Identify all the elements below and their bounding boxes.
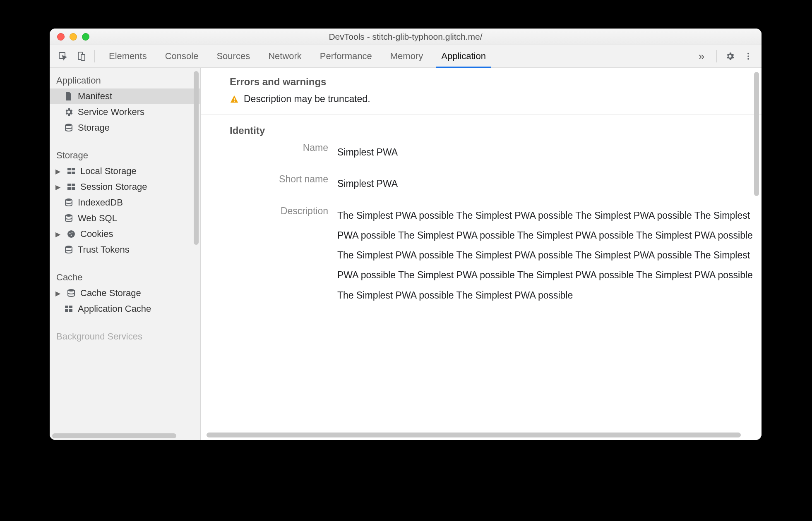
- main-horizontal-scrollbar[interactable]: [207, 433, 741, 437]
- main-scrollbar[interactable]: [754, 72, 759, 196]
- svg-point-22: [68, 289, 74, 292]
- identity-short-name-row: Short name Simplest PWA: [230, 174, 762, 194]
- tab-network[interactable]: Network: [259, 45, 311, 67]
- sidebar-item-local-storage[interactable]: ▶ Local Storage: [50, 163, 200, 179]
- svg-rect-9: [67, 172, 71, 174]
- svg-rect-27: [234, 98, 235, 100]
- tab-label: Performance: [320, 51, 372, 62]
- svg-rect-11: [67, 184, 71, 186]
- svg-point-20: [71, 235, 72, 236]
- svg-rect-26: [69, 309, 72, 312]
- kebab-menu-icon[interactable]: [740, 48, 757, 65]
- tab-label: Sources: [216, 51, 250, 62]
- identity-short-name-value: Simplest PWA: [337, 174, 762, 194]
- sidebar-item-application-cache[interactable]: Application Cache: [50, 301, 200, 317]
- sidebar-item-label: Cookies: [80, 229, 113, 239]
- sidebar-section-cache: Cache: [50, 266, 200, 285]
- svg-point-17: [67, 230, 75, 238]
- sidebar-item-label: Manifest: [78, 91, 112, 102]
- sidebar-item-cookies[interactable]: ▶ Cookies: [50, 226, 200, 242]
- sidebar-item-label: Trust Tokens: [78, 244, 130, 255]
- sidebar-item-session-storage[interactable]: ▶ Session Storage: [50, 179, 200, 195]
- sidebar-item-label: Service Workers: [78, 107, 144, 117]
- svg-rect-7: [67, 168, 71, 170]
- sidebar-item-manifest[interactable]: Manifest: [50, 88, 200, 104]
- file-icon: [64, 91, 74, 101]
- database-icon: [64, 198, 74, 208]
- chevron-double-right-icon[interactable]: »: [692, 50, 711, 63]
- sidebar-item-service-workers[interactable]: Service Workers: [50, 104, 200, 120]
- sidebar-item-label: Session Storage: [80, 182, 147, 192]
- application-sidebar: Application Manifest Service Workers Sto…: [50, 68, 201, 440]
- svg-rect-10: [72, 172, 75, 174]
- caret-icon: ▶: [55, 230, 61, 238]
- main-toolbar: Elements Console Sources Network Perform…: [50, 45, 762, 68]
- device-toggle-icon[interactable]: [73, 48, 89, 65]
- svg-rect-28: [234, 101, 235, 102]
- sidebar-item-label: IndexedDB: [78, 197, 123, 208]
- sidebar-item-cache-storage[interactable]: ▶ Cache Storage: [50, 285, 200, 301]
- svg-rect-13: [67, 187, 71, 190]
- sidebar-section-storage: Storage: [50, 144, 200, 163]
- sidebar-item-label: Web SQL: [78, 213, 117, 224]
- cookie-icon: [66, 229, 76, 239]
- svg-point-3: [747, 53, 749, 55]
- svg-point-18: [70, 233, 71, 234]
- database-icon: [64, 213, 74, 223]
- sidebar-item-storage-overview[interactable]: Storage: [50, 120, 200, 136]
- sidebar-item-label: Storage: [78, 122, 110, 133]
- sidebar-item-indexeddb[interactable]: IndexedDB: [50, 195, 200, 210]
- sidebar-item-label: Application Cache: [78, 304, 151, 314]
- sidebar-section-application: Application: [50, 69, 200, 88]
- tab-application[interactable]: Application: [432, 45, 495, 67]
- tab-label: Network: [268, 51, 302, 62]
- tab-label: Console: [165, 51, 199, 62]
- panel-body: Application Manifest Service Workers Sto…: [50, 68, 762, 440]
- identity-description-label: Description: [230, 206, 337, 217]
- identity-heading: Identity: [230, 125, 762, 136]
- sidebar-scrollbar[interactable]: [194, 71, 199, 245]
- section-divider: [201, 115, 762, 115]
- caret-icon: ▶: [55, 289, 61, 297]
- sidebar-section-background-services: Background Services: [50, 325, 200, 344]
- database-icon: [64, 123, 74, 133]
- tab-performance[interactable]: Performance: [311, 45, 381, 67]
- caret-icon: ▶: [55, 167, 61, 175]
- traffic-lights: [50, 33, 89, 41]
- tab-label: Elements: [109, 51, 147, 62]
- grid-icon: [64, 304, 74, 314]
- sidebar-divider: [50, 321, 200, 321]
- gear-icon[interactable]: [722, 48, 738, 65]
- caret-icon: ▶: [55, 183, 61, 191]
- warning-text: Description may be truncated.: [244, 93, 370, 105]
- identity-short-name-label: Short name: [230, 174, 337, 185]
- tab-sources[interactable]: Sources: [207, 45, 259, 67]
- devtools-window: DevTools - stitch-glib-typhoon.glitch.me…: [50, 29, 762, 440]
- sidebar-item-trust-tokens[interactable]: Trust Tokens: [50, 242, 200, 258]
- identity-name-value: Simplest PWA: [337, 142, 762, 162]
- sidebar-divider: [50, 262, 200, 262]
- zoom-window-button[interactable]: [82, 33, 89, 41]
- svg-point-21: [65, 246, 72, 248]
- svg-rect-24: [69, 306, 72, 308]
- tab-memory[interactable]: Memory: [381, 45, 432, 67]
- svg-point-6: [65, 124, 72, 126]
- tab-console[interactable]: Console: [156, 45, 208, 67]
- close-window-button[interactable]: [57, 33, 65, 41]
- database-icon: [64, 245, 74, 255]
- sidebar-horizontal-scrollbar[interactable]: [52, 433, 176, 438]
- database-icon: [66, 288, 76, 298]
- minimize-window-button[interactable]: [70, 33, 77, 41]
- svg-point-15: [65, 198, 72, 201]
- inspect-icon[interactable]: [55, 48, 71, 65]
- svg-rect-14: [72, 187, 75, 190]
- svg-rect-2: [81, 55, 85, 60]
- errors-heading: Errors and warnings: [230, 76, 762, 88]
- gear-icon: [64, 107, 74, 117]
- svg-point-4: [747, 55, 749, 57]
- svg-point-16: [65, 214, 72, 217]
- sidebar-item-websql[interactable]: Web SQL: [50, 210, 200, 226]
- warning-icon: [230, 95, 239, 104]
- tab-elements[interactable]: Elements: [100, 45, 156, 67]
- svg-rect-8: [72, 168, 75, 170]
